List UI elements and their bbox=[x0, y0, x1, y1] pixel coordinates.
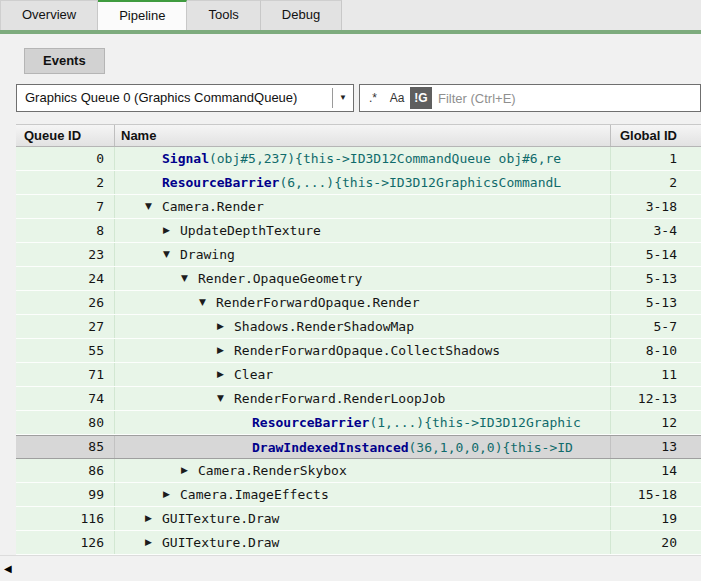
queue-id-cell: 71 bbox=[16, 363, 115, 386]
global-id-cell: 8-10 bbox=[611, 339, 701, 362]
tree-expanded-arrow-icon[interactable]: ▼ bbox=[163, 243, 180, 266]
app-window: OverviewPipelineToolsDebug Events Graphi… bbox=[0, 0, 701, 581]
literal-toggle-button[interactable]: !G bbox=[410, 87, 432, 109]
event-row[interactable]: 126▶GUITexture.Draw20 bbox=[16, 531, 701, 555]
event-row[interactable]: 27▶Shadows.RenderShadowMap5-7 bbox=[16, 315, 701, 339]
queue-id-cell: 23 bbox=[16, 243, 115, 266]
tree-collapsed-arrow-icon[interactable]: ▶ bbox=[145, 507, 162, 530]
event-row[interactable]: 2ResourceBarrier(6,...) {this->ID3D12Gra… bbox=[16, 171, 701, 195]
tree-expanded-arrow-icon[interactable]: ▼ bbox=[181, 267, 198, 290]
queue-id-cell: 55 bbox=[16, 339, 115, 362]
tree-indent bbox=[121, 206, 145, 207]
filter-input[interactable] bbox=[432, 86, 700, 110]
queue-id-cell: 7 bbox=[16, 195, 115, 218]
event-row[interactable]: 85DrawIndexedInstanced(36,1,0,0,0) {this… bbox=[16, 435, 701, 459]
tree-collapsed-arrow-icon[interactable]: ▶ bbox=[163, 483, 180, 506]
tree-indent bbox=[121, 158, 145, 159]
marker-label: GUITexture.Draw bbox=[162, 507, 279, 530]
queue-id-cell: 8 bbox=[16, 219, 115, 242]
event-row[interactable]: 8▶UpdateDepthTexture3-4 bbox=[16, 219, 701, 243]
tree-indent bbox=[121, 254, 163, 255]
event-row[interactable]: 24▼Render.OpaqueGeometry5-13 bbox=[16, 267, 701, 291]
name-cell: ▼Drawing bbox=[115, 243, 611, 266]
event-row[interactable]: 99▶Camera.ImageEffects15-18 bbox=[16, 483, 701, 507]
event-row[interactable]: 7▼Camera.Render3-18 bbox=[16, 195, 701, 219]
tree-indent bbox=[121, 278, 181, 279]
global-id-cell: 14 bbox=[611, 459, 701, 482]
global-id-cell: 12-13 bbox=[611, 387, 701, 410]
marker-label: GUITexture.Draw bbox=[162, 531, 279, 554]
case-sensitive-toggle-button[interactable]: Aa bbox=[386, 87, 408, 109]
name-cell: ▶RenderForwardOpaque.CollectShadows bbox=[115, 339, 611, 362]
tab-tools[interactable]: Tools bbox=[187, 0, 260, 30]
horizontal-scrollbar[interactable]: ◀ bbox=[0, 555, 701, 581]
global-id-cell: 2 bbox=[611, 171, 701, 194]
tab-pipeline[interactable]: Pipeline bbox=[98, 0, 187, 30]
name-cell: ▶UpdateDepthTexture bbox=[115, 219, 611, 242]
column-header-queue-id[interactable]: Queue ID bbox=[16, 125, 115, 146]
global-id-cell: 12 bbox=[611, 411, 701, 434]
queue-id-cell: 126 bbox=[16, 531, 115, 554]
tree-collapsed-arrow-icon[interactable]: ▶ bbox=[181, 459, 198, 482]
queue-id-cell: 86 bbox=[16, 459, 115, 482]
global-id-cell: 20 bbox=[611, 531, 701, 554]
global-id-cell: 15-18 bbox=[611, 483, 701, 506]
tree-indent bbox=[121, 302, 199, 303]
event-row[interactable]: 55▶RenderForwardOpaque.CollectShadows8-1… bbox=[16, 339, 701, 363]
name-cell: ▶Clear bbox=[115, 363, 611, 386]
event-row[interactable]: 0Signal(obj#5,237) {this->ID3D12CommandQ… bbox=[16, 147, 701, 171]
tab-debug[interactable]: Debug bbox=[261, 0, 342, 30]
event-row[interactable]: 86▶Camera.RenderSkybox14 bbox=[16, 459, 701, 483]
marker-label: RenderForward.RenderLoopJob bbox=[234, 387, 445, 410]
api-call-args: (obj#5,237) bbox=[209, 147, 295, 170]
name-cell: DrawIndexedInstanced(36,1,0,0,0) {this->… bbox=[115, 436, 611, 458]
marker-label: Camera.RenderSkybox bbox=[198, 459, 347, 482]
event-row[interactable]: 23▼Drawing5-14 bbox=[16, 243, 701, 267]
tree-indent bbox=[121, 374, 217, 375]
name-cell: ▶GUITexture.Draw bbox=[115, 507, 611, 530]
event-row[interactable]: 116▶GUITexture.Draw19 bbox=[16, 507, 701, 531]
tree-expanded-arrow-icon[interactable]: ▼ bbox=[199, 291, 216, 314]
name-cell: ▼RenderForwardOpaque.Render bbox=[115, 291, 611, 314]
events-panel-tab[interactable]: Events bbox=[24, 48, 105, 74]
tree-expanded-arrow-icon[interactable]: ▼ bbox=[145, 195, 162, 218]
queue-id-cell: 24 bbox=[16, 267, 115, 290]
column-header-name[interactable]: Name bbox=[115, 125, 611, 146]
tree-collapsed-arrow-icon[interactable]: ▶ bbox=[217, 339, 234, 362]
global-id-cell: 13 bbox=[611, 436, 701, 458]
event-row[interactable]: 80ResourceBarrier(1,...) {this->ID3D12Gr… bbox=[16, 411, 701, 435]
column-header-global-id[interactable]: Global ID bbox=[611, 125, 701, 146]
name-cell: ▶Shadows.RenderShadowMap bbox=[115, 315, 611, 338]
tree-expanded-arrow-icon[interactable]: ▼ bbox=[217, 387, 234, 410]
global-id-cell: 5-13 bbox=[611, 291, 701, 314]
event-row[interactable]: 26▼RenderForwardOpaque.Render5-13 bbox=[16, 291, 701, 315]
tree-collapsed-arrow-icon[interactable]: ▶ bbox=[145, 531, 162, 554]
queue-id-cell: 85 bbox=[16, 436, 115, 458]
tree-collapsed-arrow-icon[interactable]: ▶ bbox=[163, 219, 180, 242]
name-cell: ▶GUITexture.Draw bbox=[115, 531, 611, 554]
table-header-row: Queue ID Name Global ID bbox=[16, 124, 701, 147]
filter-bar: .*Aa!G bbox=[359, 84, 701, 112]
name-cell: ▼RenderForward.RenderLoopJob bbox=[115, 387, 611, 410]
tree-collapsed-arrow-icon[interactable]: ▶ bbox=[217, 363, 234, 386]
marker-label: RenderForwardOpaque.Render bbox=[216, 291, 420, 314]
tree-indent bbox=[121, 422, 235, 423]
tab-overview[interactable]: Overview bbox=[0, 0, 98, 30]
name-cell: Signal(obj#5,237) {this->ID3D12CommandQu… bbox=[115, 147, 611, 170]
api-call-name: ResourceBarrier bbox=[252, 411, 369, 434]
global-id-cell: 5-14 bbox=[611, 243, 701, 266]
regex-toggle-button[interactable]: .* bbox=[362, 87, 384, 109]
queue-select-value: Graphics Queue 0 (Graphics CommandQueue) bbox=[17, 85, 332, 111]
tree-collapsed-arrow-icon[interactable]: ▶ bbox=[217, 315, 234, 338]
name-cell: ▼Render.OpaqueGeometry bbox=[115, 267, 611, 290]
tree-indent bbox=[121, 326, 217, 327]
marker-label: Shadows.RenderShadowMap bbox=[234, 315, 414, 338]
scroll-left-icon[interactable]: ◀ bbox=[4, 563, 12, 574]
api-call-args: (1,...) bbox=[369, 411, 424, 434]
marker-label: RenderForwardOpaque.CollectShadows bbox=[234, 339, 500, 362]
filter-buttons: .*Aa!G bbox=[360, 87, 432, 109]
event-row[interactable]: 71▶Clear11 bbox=[16, 363, 701, 387]
event-row[interactable]: 74▼RenderForward.RenderLoopJob12-13 bbox=[16, 387, 701, 411]
tree-indent bbox=[121, 182, 145, 183]
queue-select-dropdown[interactable]: Graphics Queue 0 (Graphics CommandQueue)… bbox=[16, 84, 354, 112]
